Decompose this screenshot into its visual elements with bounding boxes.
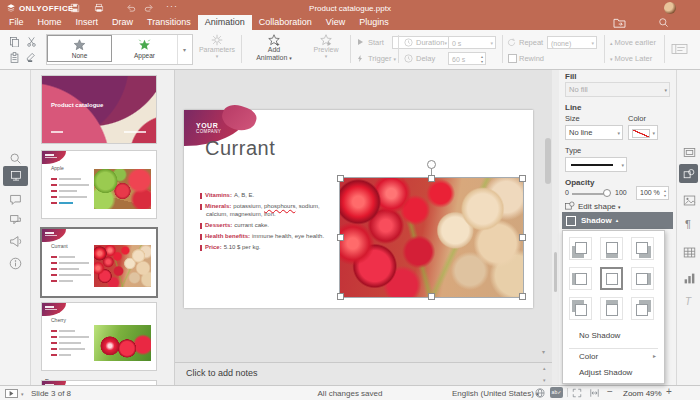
- fill-select[interactable]: No fill▾: [565, 82, 670, 97]
- caret-down-icon[interactable]: ▾: [21, 391, 24, 397]
- spellcheck-button[interactable]: ab✓: [550, 387, 563, 398]
- textart-settings-icon[interactable]: T: [685, 296, 691, 307]
- spinner-arrows-icon[interactable]: ▴▾: [664, 188, 666, 198]
- shadow-preset-up[interactable]: [600, 297, 623, 320]
- tab-insert[interactable]: Insert: [69, 15, 106, 30]
- zoom-in-icon[interactable]: +: [666, 386, 672, 397]
- shadow-dropdown-button[interactable]: Shadow ▴: [562, 212, 673, 229]
- slide-thumbnail-4[interactable]: Cherry: [41, 302, 157, 371]
- add-animation-button[interactable]: Add Animation ▾: [247, 34, 301, 62]
- shadow-preset-right[interactable]: [631, 267, 654, 290]
- tab-draw[interactable]: Draw: [105, 15, 140, 30]
- bullet-price[interactable]: Price:5.10 $ per kg.: [205, 244, 260, 252]
- slide-thumbnail-1[interactable]: Product catalogue: [41, 75, 157, 144]
- resize-handle-w[interactable]: [337, 234, 344, 241]
- shadow-preset-up-left[interactable]: [569, 297, 592, 320]
- slide-thumbnail-3-selected[interactable]: Currant: [40, 227, 158, 298]
- shadow-preset-down-right[interactable]: [631, 237, 654, 260]
- panel-splitter[interactable]: [552, 70, 559, 385]
- repeat-select[interactable]: (none)▾: [547, 36, 597, 49]
- bullet-vitamins[interactable]: Vitamins:A, B, E.: [205, 192, 254, 200]
- feedback-icon[interactable]: [9, 235, 22, 248]
- move-earlier-button[interactable]: ▴ Move earlier: [610, 38, 656, 47]
- paste-icon[interactable]: [9, 52, 20, 63]
- splitter-grip[interactable]: [554, 252, 557, 292]
- resize-handle-s[interactable]: [428, 293, 435, 300]
- bullet-health[interactable]: Health benefits:immune health, eye healt…: [205, 233, 324, 241]
- language-selector[interactable]: English (United States) ▾: [452, 389, 539, 398]
- search-icon[interactable]: [658, 17, 669, 28]
- line-type-select[interactable]: ▾: [565, 157, 627, 172]
- animation-pane-icon[interactable]: [671, 43, 688, 55]
- copy-icon[interactable]: [9, 36, 20, 47]
- spinner-arrows-icon[interactable]: ▴▾: [481, 54, 483, 64]
- notes-placeholder[interactable]: Click to add notes: [186, 368, 258, 378]
- shadow-preset-center-selected[interactable]: [600, 267, 623, 290]
- canvas-scrollbar-thumb[interactable]: [545, 138, 551, 184]
- delay-spinner[interactable]: 60 s▴▾: [448, 52, 486, 65]
- copy-style-icon[interactable]: [26, 52, 37, 63]
- slide-thumbnail-2[interactable]: Apple: [41, 150, 157, 219]
- rotation-handle[interactable]: [427, 160, 436, 169]
- notes-area[interactable]: Click to add notes ▴ ▾: [175, 362, 552, 385]
- gallery-expand-button[interactable]: ▾: [177, 35, 191, 64]
- tab-file[interactable]: File: [2, 15, 31, 30]
- tab-plugins[interactable]: Plugins: [352, 15, 396, 30]
- shadow-preset-down[interactable]: [600, 237, 623, 260]
- duration-select[interactable]: 0 s▾: [448, 36, 496, 49]
- trigger-label[interactable]: Trigger ▾: [368, 54, 396, 63]
- opacity-spinner[interactable]: 100 %▴▾: [636, 186, 669, 200]
- resize-handle-se[interactable]: [519, 293, 526, 300]
- resize-handle-n[interactable]: [428, 175, 435, 182]
- parameters-button[interactable]: Parameters ▾: [196, 34, 238, 59]
- slide-title[interactable]: Currant: [205, 137, 275, 160]
- no-shadow-item[interactable]: No Shadow: [579, 331, 620, 340]
- resize-handle-ne[interactable]: [519, 175, 526, 182]
- notes-scroll-up-icon[interactable]: ▴: [543, 365, 546, 371]
- zoom-out-icon[interactable]: −: [607, 386, 613, 397]
- comments-icon[interactable]: [9, 193, 22, 206]
- chart-settings-icon[interactable]: [683, 272, 696, 285]
- opacity-slider-knob[interactable]: [603, 189, 611, 197]
- line-color-button[interactable]: ▾: [628, 125, 658, 140]
- slides-panel-button[interactable]: [3, 166, 28, 186]
- adjust-shadow-item[interactable]: Adjust Shadow: [579, 368, 632, 377]
- find-icon[interactable]: [9, 152, 22, 165]
- cut-icon[interactable]: [26, 36, 37, 47]
- tab-transitions[interactable]: Transitions: [140, 15, 198, 30]
- current-slide[interactable]: YOUR COMPANY Currant Vitamins:A, B, E. M…: [184, 110, 533, 308]
- canvas-scroll-down-icon[interactable]: ▾: [542, 348, 545, 355]
- chat-icon[interactable]: [9, 214, 22, 227]
- open-file-location-icon[interactable]: [613, 17, 626, 28]
- edit-shape-button[interactable]: Edit shape ▾: [578, 202, 621, 211]
- tab-animation[interactable]: Animation: [198, 15, 252, 30]
- globe-icon[interactable]: [535, 388, 545, 398]
- currant-photo[interactable]: [339, 177, 524, 298]
- line-size-select[interactable]: No line▾: [565, 125, 623, 140]
- resize-handle-sw[interactable]: [337, 293, 344, 300]
- table-settings-icon[interactable]: [683, 246, 696, 259]
- notes-scroll-down-icon[interactable]: ▾: [543, 377, 546, 383]
- move-later-button[interactable]: ▾ Move Later: [610, 54, 652, 63]
- rewind-checkbox[interactable]: [508, 54, 517, 63]
- tab-home[interactable]: Home: [31, 15, 69, 30]
- fit-width-icon[interactable]: [589, 388, 600, 398]
- tab-view[interactable]: View: [319, 15, 352, 30]
- tab-collaboration[interactable]: Collaboration: [252, 15, 319, 30]
- resize-handle-nw[interactable]: [337, 175, 344, 182]
- bullet-minerals[interactable]: Minerals:potassium, phosphours, sodium,c…: [205, 203, 320, 218]
- image-settings-icon[interactable]: [683, 194, 696, 207]
- shadow-preset-left[interactable]: [569, 267, 592, 290]
- fit-slide-icon[interactable]: [572, 388, 582, 398]
- paragraph-settings-icon[interactable]: ¶: [685, 218, 691, 230]
- shadow-preset-down-left[interactable]: [569, 237, 592, 260]
- about-icon[interactable]: [9, 257, 22, 270]
- bullet-desserts[interactable]: Desserts:currant cake.: [205, 222, 269, 230]
- start-slideshow-button[interactable]: [5, 389, 18, 398]
- opacity-slider-track[interactable]: [572, 193, 606, 195]
- slide-canvas[interactable]: YOUR COMPANY Currant Vitamins:A, B, E. M…: [175, 70, 552, 362]
- animation-option-none[interactable]: None: [47, 35, 112, 62]
- preview-button[interactable]: Preview ▾: [306, 34, 346, 59]
- shadow-color-item[interactable]: Color: [579, 352, 598, 361]
- animation-option-appear[interactable]: Appear: [112, 35, 177, 62]
